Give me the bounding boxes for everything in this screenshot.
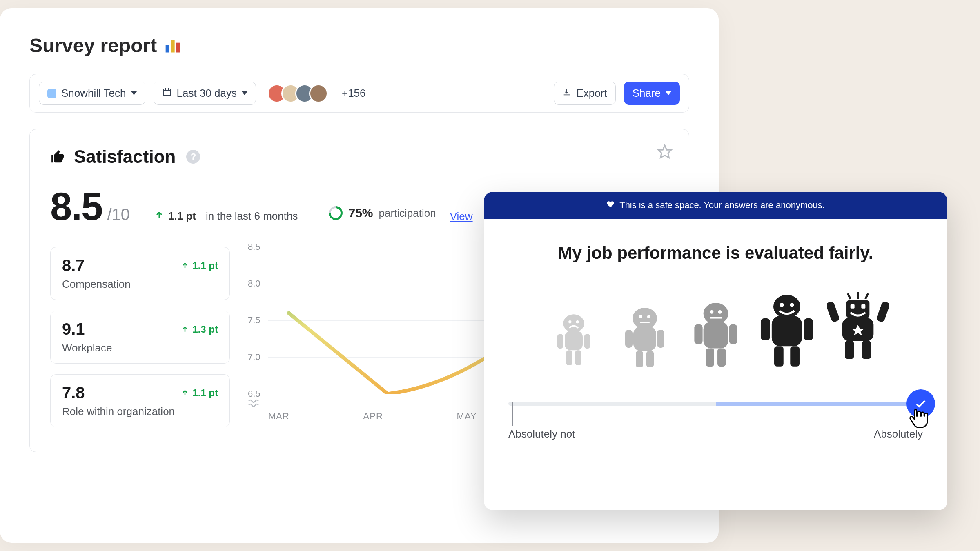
svg-rect-45 xyxy=(861,304,865,309)
svg-rect-6 xyxy=(565,331,583,351)
thumbs-up-icon xyxy=(50,149,66,164)
svg-rect-23 xyxy=(703,322,728,349)
share-button[interactable]: Share xyxy=(624,82,680,105)
svg-rect-40 xyxy=(845,341,854,359)
svg-rect-21 xyxy=(640,322,650,323)
org-filter[interactable]: Snowhill Tech xyxy=(39,82,145,105)
delta-value: 1.1 pt xyxy=(168,210,196,222)
svg-point-13 xyxy=(633,308,657,329)
svg-rect-34 xyxy=(760,318,770,340)
survey-question: My job performance is evaluated fairly. xyxy=(484,243,947,263)
svg-rect-7 xyxy=(566,350,572,365)
view-link[interactable]: View xyxy=(450,210,473,223)
metric-name: Workplace xyxy=(62,342,218,354)
chevron-down-icon xyxy=(242,91,247,95)
svg-rect-0 xyxy=(166,45,169,52)
metric-name: Role within organization xyxy=(62,405,218,418)
x-tick: MAR xyxy=(268,411,290,422)
svg-point-36 xyxy=(780,303,784,307)
slider-track xyxy=(508,402,923,406)
date-filter-label: Last 30 days xyxy=(177,87,237,100)
avatar xyxy=(309,84,328,103)
delta-period: in the last 6 months xyxy=(206,210,298,222)
bar-chart-icon xyxy=(164,37,182,55)
svg-point-12 xyxy=(576,320,579,323)
help-icon[interactable]: ? xyxy=(186,150,200,164)
date-filter[interactable]: Last 30 days xyxy=(154,82,256,105)
banner-text: This is a safe space. Your answers are a… xyxy=(619,200,825,211)
survey-banner: This is a safe space. Your answers are a… xyxy=(484,192,947,219)
heart-icon xyxy=(606,200,615,211)
svg-rect-1 xyxy=(171,40,175,52)
svg-point-5 xyxy=(563,314,584,332)
participants-avatars[interactable] xyxy=(267,84,328,103)
svg-marker-4 xyxy=(658,145,671,158)
svg-rect-42 xyxy=(827,301,840,323)
score-out-of: /10 xyxy=(107,205,130,224)
share-label: Share xyxy=(633,87,661,100)
metric-value: 7.8 xyxy=(62,384,85,402)
svg-rect-44 xyxy=(850,304,854,309)
chevron-down-icon xyxy=(131,91,137,95)
svg-rect-35 xyxy=(804,318,813,340)
chevron-down-icon xyxy=(666,91,671,95)
participation-block: 75% participation xyxy=(329,206,436,220)
score-delta: 1.1 pt in the last 6 months xyxy=(154,210,298,222)
slider[interactable] xyxy=(508,402,923,406)
svg-point-37 xyxy=(790,303,794,307)
y-tick: 7.5 xyxy=(248,315,261,326)
calendar-icon xyxy=(162,87,172,100)
svg-point-20 xyxy=(647,315,650,318)
x-tick: APR xyxy=(363,411,383,422)
y-tick: 8.5 xyxy=(248,242,261,252)
scale-labels: Absolutely not Absolutely xyxy=(508,428,923,440)
metric-delta: 1.3 pt xyxy=(181,324,218,335)
svg-rect-27 xyxy=(729,324,737,344)
metric-value: 8.7 xyxy=(62,256,85,275)
export-label: Export xyxy=(576,87,607,100)
more-count: +156 xyxy=(342,87,366,100)
metric-card-compensation[interactable]: 8.7 1.1 pt Compensation xyxy=(50,247,230,300)
emotion-4-icon xyxy=(756,291,817,369)
svg-rect-15 xyxy=(636,351,643,367)
svg-rect-10 xyxy=(584,334,590,349)
swatch-icon xyxy=(47,89,56,98)
emotion-scale xyxy=(484,291,947,369)
org-filter-label: Snowhill Tech xyxy=(61,87,126,100)
export-button[interactable]: Export xyxy=(554,82,615,105)
svg-point-22 xyxy=(703,303,728,324)
svg-point-28 xyxy=(710,310,713,314)
satisfaction-header: Satisfaction ? xyxy=(50,147,668,167)
slider-tick xyxy=(512,402,513,426)
x-tick: MAY xyxy=(457,411,477,422)
svg-point-19 xyxy=(639,315,642,318)
metric-delta: 1.1 pt xyxy=(181,260,218,271)
emotion-5-icon xyxy=(827,291,889,369)
svg-rect-33 xyxy=(790,346,800,367)
progress-ring-icon xyxy=(326,203,345,223)
svg-rect-31 xyxy=(771,316,802,346)
pointer-hand-icon xyxy=(906,407,929,431)
metric-card-role[interactable]: 7.8 1.1 pt Role within organization xyxy=(50,374,230,427)
y-tick: 7.0 xyxy=(248,352,261,362)
page-title: Survey report xyxy=(29,34,689,57)
survey-popup: This is a safe space. Your answers are a… xyxy=(484,192,947,510)
metrics-list: 8.7 1.1 pt Compensation 9.1 1.3 pt xyxy=(50,247,230,427)
participation-pct: 75% xyxy=(348,206,373,220)
svg-rect-26 xyxy=(694,324,702,344)
svg-rect-2 xyxy=(176,42,180,52)
participation-label: participation xyxy=(379,207,436,220)
svg-rect-18 xyxy=(657,330,664,348)
slider-tick xyxy=(716,402,716,426)
svg-rect-32 xyxy=(774,346,784,367)
svg-rect-16 xyxy=(646,351,654,367)
svg-rect-41 xyxy=(862,341,871,359)
arrow-up-icon xyxy=(154,210,164,222)
emotion-3-icon xyxy=(685,291,746,369)
favorite-toggle[interactable] xyxy=(657,144,673,161)
page-title-text: Survey report xyxy=(29,34,157,57)
svg-rect-24 xyxy=(706,348,714,367)
metric-card-workplace[interactable]: 9.1 1.3 pt Workplace xyxy=(50,311,230,364)
scale-min: Absolutely not xyxy=(508,428,575,440)
trend-icon xyxy=(248,398,260,409)
